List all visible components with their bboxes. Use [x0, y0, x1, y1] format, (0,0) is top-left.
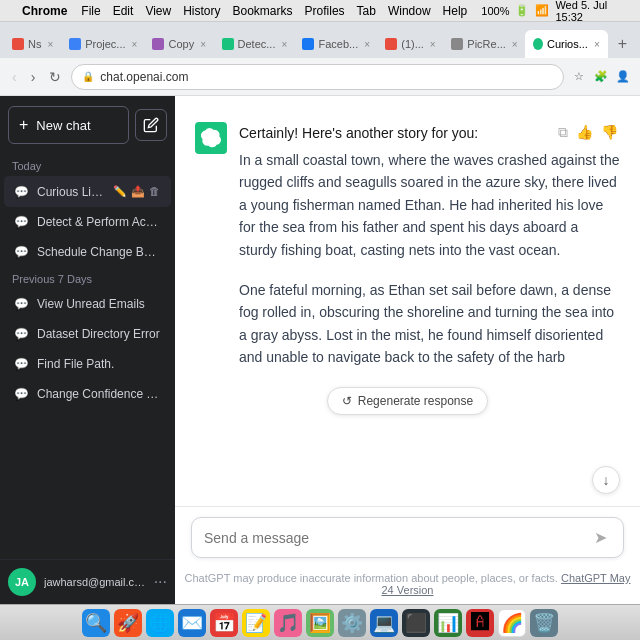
user-initials: JA — [15, 576, 29, 588]
tab-ns[interactable]: Ns × — [4, 30, 60, 58]
trash-icon[interactable]: 🗑 — [148, 184, 161, 199]
menu-profiles[interactable]: Profiles — [305, 4, 345, 18]
sidebar-item-schedule-text: Schedule Change BJ232 TUN — [37, 245, 161, 259]
tabs-bar: Ns × Projec... × Copy × Detec... × Faceb… — [0, 22, 640, 58]
app-name: Chrome — [22, 4, 67, 18]
menu-edit[interactable]: Edit — [113, 4, 134, 18]
scroll-down-button[interactable]: ↓ — [592, 466, 620, 494]
new-tab-button[interactable]: + — [609, 30, 636, 58]
sidebar-item-detect[interactable]: 💬 Detect & Perform Actions. — [4, 207, 171, 237]
tab-picre-label: PicRe... — [467, 38, 506, 50]
thumbs-up-icon[interactable]: 👍 — [574, 122, 595, 143]
chat-bubble-icon-4: 💬 — [14, 297, 29, 311]
sidebar-compose-icon[interactable] — [135, 109, 167, 141]
dock-trash[interactable]: 🗑️ — [530, 609, 558, 637]
chat-bubble-icon-3: 💬 — [14, 245, 29, 259]
tab-facebook-close[interactable]: × — [364, 39, 370, 50]
sidebar-item-confidence[interactable]: 💬 Change Confidence Thresh... — [4, 379, 171, 409]
sidebar-item-dataset[interactable]: 💬 Dataset Directory Error — [4, 319, 171, 349]
tab-detect[interactable]: Detec... × — [214, 30, 294, 58]
menu-view[interactable]: View — [145, 4, 171, 18]
tab-notifications-label: (1)... — [401, 38, 424, 50]
back-button[interactable]: ‹ — [8, 67, 21, 87]
profile-icon[interactable]: 👤 — [614, 68, 632, 86]
tab-ns-close[interactable]: × — [47, 39, 53, 50]
tab-detect-close[interactable]: × — [281, 39, 287, 50]
bookmark-star-icon[interactable]: ☆ — [570, 68, 588, 86]
forward-button[interactable]: › — [27, 67, 40, 87]
dock-launchpad[interactable]: 🚀 — [114, 609, 142, 637]
edit-icon[interactable]: ✏️ — [112, 184, 128, 199]
thumbs-down-icon[interactable]: 👎 — [599, 122, 620, 143]
new-chat-label: New chat — [36, 118, 90, 133]
sidebar-item-findfile[interactable]: 💬 Find File Path. — [4, 349, 171, 379]
tab-project-close[interactable]: × — [132, 39, 138, 50]
tab-curious-close[interactable]: × — [594, 39, 600, 50]
dock-settings[interactable]: ⚙️ — [338, 609, 366, 637]
user-email: jawharsd@gmail.com — [44, 576, 146, 588]
regenerate-button[interactable]: ↺ Regenerate response — [327, 387, 488, 415]
dock-safari[interactable]: 🌐 — [146, 609, 174, 637]
chat-bubble-icon-5: 💬 — [14, 327, 29, 341]
url-bar[interactable]: 🔒 chat.openai.com — [71, 64, 564, 90]
dock-photos[interactable]: 🖼️ — [306, 609, 334, 637]
regenerate-label: Regenerate response — [358, 394, 473, 408]
dock-adobe[interactable]: 🅰 — [466, 609, 494, 637]
plus-icon: + — [19, 116, 28, 134]
copy-message-icon[interactable]: ⧉ — [556, 122, 570, 143]
extensions-puzzle-icon[interactable]: 🧩 — [592, 68, 610, 86]
menu-items: File Edit View History Bookmarks Profile… — [81, 4, 467, 18]
sidebar-item-emails-text: View Unread Emails — [37, 297, 161, 311]
battery-icon: 🔋 — [515, 4, 529, 17]
sidebar: + New chat Today 💬 Curious Lily's Enchan… — [0, 96, 175, 604]
chat-area-wrap: Certainly! Here's another story for you:… — [175, 96, 640, 604]
tab-project-label: Projec... — [85, 38, 125, 50]
message-actions: ⧉ 👍 👎 — [556, 122, 620, 143]
menu-file[interactable]: File — [81, 4, 100, 18]
tab-copy-close[interactable]: × — [200, 39, 206, 50]
dock-calendar[interactable]: 📅 — [210, 609, 238, 637]
sidebar-item-emails[interactable]: 💬 View Unread Emails — [4, 289, 171, 319]
tab-picre[interactable]: PicRe... × — [443, 30, 524, 58]
tab-facebook-label: Faceb... — [318, 38, 358, 50]
dock-terminal[interactable]: ⬛ — [402, 609, 430, 637]
dock-music[interactable]: 🎵 — [274, 609, 302, 637]
tab-picre-close[interactable]: × — [512, 39, 518, 50]
menu-window[interactable]: Window — [388, 4, 431, 18]
sidebar-item-curious[interactable]: 💬 Curious Lily's Enchan ✏️ 📤 🗑 — [4, 176, 171, 207]
dock-notes[interactable]: 📝 — [242, 609, 270, 637]
regenerate-bar: ↺ Regenerate response — [175, 379, 640, 423]
tab-ns-label: Ns — [28, 38, 41, 50]
user-more-options[interactable]: ··· — [154, 573, 167, 591]
sidebar-item-schedule[interactable]: 💬 Schedule Change BJ232 TUN — [4, 237, 171, 267]
message-input[interactable] — [204, 530, 590, 546]
share-icon[interactable]: 📤 — [130, 184, 146, 199]
new-chat-button[interactable]: + New chat — [8, 106, 129, 144]
menu-tab[interactable]: Tab — [357, 4, 376, 18]
section-previous-label: Previous 7 Days — [0, 267, 175, 289]
chat-bubble-icon-2: 💬 — [14, 215, 29, 229]
menu-history[interactable]: History — [183, 4, 220, 18]
tab-curious[interactable]: Curios... × — [525, 30, 608, 58]
menu-bar-right: 100% 🔋 📶 Wed 5. Jul 15:32 — [481, 0, 632, 23]
dock-excel[interactable]: 📊 — [434, 609, 462, 637]
address-right-icons: ☆ 🧩 👤 — [570, 68, 632, 86]
menu-bookmarks[interactable]: Bookmarks — [233, 4, 293, 18]
tab-curious-label: Curios... — [547, 38, 588, 50]
tab-notifications-close[interactable]: × — [430, 39, 436, 50]
chat-bubble-icon-7: 💬 — [14, 387, 29, 401]
tab-copy[interactable]: Copy × — [144, 30, 212, 58]
tab-project[interactable]: Projec... × — [61, 30, 143, 58]
chat-messages: Certainly! Here's another story for you:… — [175, 96, 640, 506]
reload-button[interactable]: ↻ — [45, 67, 65, 87]
tab-notifications[interactable]: (1)... × — [377, 30, 442, 58]
dock-mail[interactable]: ✉️ — [178, 609, 206, 637]
dock-chrome[interactable]: 🌈 — [498, 609, 526, 637]
datetime-display: Wed 5. Jul 15:32 — [555, 0, 632, 23]
dock-finder[interactable]: 🔍 — [82, 609, 110, 637]
dock-vscode[interactable]: 💻 — [370, 609, 398, 637]
send-button[interactable]: ➤ — [590, 526, 611, 549]
tab-facebook[interactable]: Faceb... × — [294, 30, 376, 58]
user-avatar: JA — [8, 568, 36, 596]
menu-help[interactable]: Help — [443, 4, 468, 18]
